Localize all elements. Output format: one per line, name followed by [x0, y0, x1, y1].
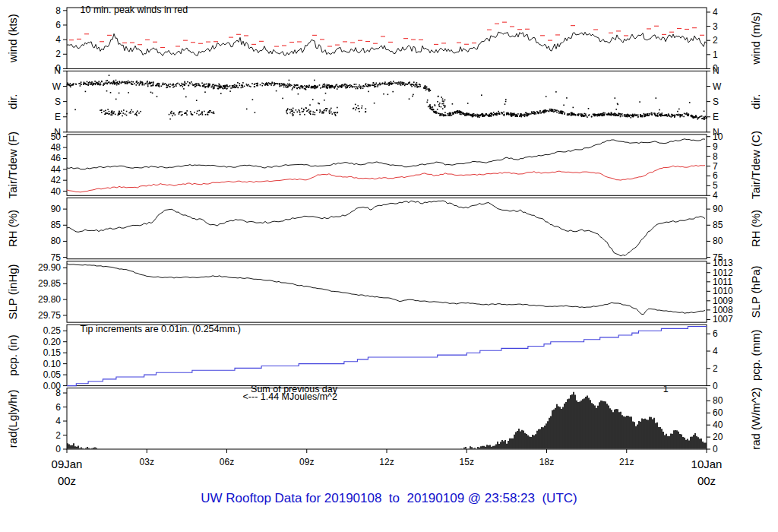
- y-tick-label-left: 4: [55, 34, 61, 45]
- panel-rh: 7580859075808590RH (%)RH (%): [6, 198, 762, 262]
- y-tick-label-right: 6: [713, 328, 718, 339]
- y-tick-label-left: 4: [55, 416, 61, 426]
- y-tick-label-right: 9: [713, 141, 718, 152]
- y-tick-label-right: 4: [713, 7, 718, 17]
- x-end-date-label: 00z: [697, 474, 716, 487]
- annotation-wind: 10 min. peak winds in red: [81, 5, 188, 15]
- y-tick-label-right: N: [713, 65, 719, 76]
- y-tick-label-left: 29.85: [38, 278, 61, 289]
- y-tick-label-left: 6: [55, 402, 61, 413]
- panel-rad: 02468020406080rad(Lgly/hr)rad (W/m^2)Sum…: [6, 384, 762, 454]
- y-tick-label-right: 4: [713, 190, 718, 201]
- y-tick-label-left: N: [54, 65, 61, 76]
- y-tick-label-right: 1008: [713, 305, 733, 315]
- y-tick-label-right: 2: [713, 363, 718, 374]
- y-tick-label-left: 29.75: [38, 310, 61, 321]
- y-tick-label-right: 80: [713, 236, 723, 246]
- y-tick-label-left: 29.90: [38, 262, 61, 273]
- y-tick-label-right: 4: [713, 346, 718, 356]
- y-tick-label-left: W: [52, 81, 62, 92]
- y-tick-label-right: 7: [713, 161, 718, 172]
- y-tick-label-left: E: [55, 112, 61, 122]
- axis-label-right-slp: SLP (hPa): [749, 265, 762, 318]
- y-tick-label-left: 2: [55, 49, 61, 59]
- annotation-rad: <--- 1.44 MJoules/m^2: [243, 391, 337, 402]
- axis-label-left-pcp: pcp. (in): [6, 334, 19, 375]
- y-tick-label-right: S: [713, 97, 719, 107]
- y-tick-label-left: 44: [51, 164, 62, 175]
- axis-label-right-pcp: pcp. (mm): [749, 330, 762, 382]
- axis-label-left-rad: rad(Lgly/hr): [6, 389, 19, 448]
- x-tick-label: 21z: [619, 457, 634, 467]
- axis-label-right-rh: RH (%): [749, 210, 762, 247]
- y-tick-label-right: 40: [713, 420, 723, 430]
- axis-label-right-dir: dir.: [749, 94, 762, 109]
- x-tick-label: 12z: [379, 457, 394, 467]
- y-tick-label-right: 1013: [713, 258, 733, 268]
- y-tick-label-right: 5: [713, 180, 718, 191]
- x-tick-label: 09z: [299, 457, 314, 467]
- y-tick-label-left: 29.80: [38, 294, 61, 305]
- axis-label-right-wind: wind (m/s): [749, 12, 762, 65]
- panel-slp: 29.7529.8029.8529.9010071008100910101011…: [6, 258, 762, 325]
- y-tick-label-right: 8: [713, 151, 718, 162]
- y-tick-label-left: 0.25: [43, 325, 62, 336]
- y-tick-label-right: 1012: [713, 268, 733, 278]
- x-start-date-label: 00z: [58, 474, 76, 487]
- y-tick-label-right: 0: [713, 381, 718, 391]
- axis-label-left-temp: Tair/Tdew (F): [6, 131, 19, 198]
- y-tick-label-right: 0: [713, 444, 718, 454]
- y-tick-label-left: 2: [55, 430, 61, 441]
- y-tick-label-right: 1010: [713, 286, 733, 296]
- axis-label-left-rh: RH (%): [6, 210, 19, 247]
- axis-label-left-wind: wind (kts): [6, 14, 19, 63]
- weather-meteogram-figure: 0246801234wind (kts)wind (m/s)10 min. pe…: [0, 0, 778, 532]
- x-axis: 03z06z09z12z15z18z21z09Jan00z10Jan00z: [52, 449, 723, 487]
- y-tick-label-left: 48: [51, 142, 62, 153]
- axis-label-right-temp: Tair/Tdew (C): [749, 131, 762, 199]
- axis-label-right-rad: rad (W/m^2): [749, 388, 762, 450]
- y-tick-label-right: W: [713, 81, 722, 92]
- y-tick-label-right: 60: [713, 407, 723, 418]
- y-tick-label-right: E: [713, 112, 719, 122]
- y-tick-label-right: 6: [713, 170, 718, 181]
- y-tick-label-left: 42: [51, 175, 62, 185]
- chart-canvas: 0246801234wind (kts)wind (m/s)10 min. pe…: [0, 0, 778, 532]
- x-tick-label: 03z: [140, 457, 154, 467]
- annotation-rad: 1: [663, 384, 669, 394]
- y-tick-label-left: 0.15: [43, 347, 62, 358]
- y-tick-label-right: 20: [713, 432, 723, 442]
- x-start-date-label: 09Jan: [52, 458, 83, 470]
- y-tick-label-right: 1009: [713, 296, 733, 306]
- y-tick-label-right: 90: [713, 204, 723, 214]
- x-tick-label: 15z: [460, 457, 474, 467]
- y-tick-label-left: S: [55, 97, 61, 107]
- y-tick-label-left: 46: [51, 153, 62, 163]
- axis-label-left-dir: dir.: [6, 94, 19, 109]
- y-tick-label-left: 0.20: [43, 337, 62, 347]
- y-tick-label-left: 6: [55, 20, 61, 30]
- annotation-pcp: Tip increments are 0.01in. (0.254mm.): [81, 324, 241, 334]
- y-tick-label-left: 90: [51, 204, 62, 214]
- y-tick-label-left: 8: [55, 388, 61, 398]
- y-tick-label-right: 10: [713, 131, 723, 142]
- y-tick-label-left: 8: [55, 5, 61, 16]
- chart-title: UW Rooftop Data for 20190108 to 20190109…: [0, 491, 778, 506]
- y-tick-label-left: 50: [51, 131, 62, 142]
- x-tick-label: 06z: [220, 457, 234, 467]
- y-tick-label-right: 3: [713, 21, 718, 32]
- y-tick-label-right: 85: [713, 220, 723, 230]
- y-tick-label-left: 85: [51, 220, 62, 230]
- panel-temp: 40424446485045678910Tair/Tdew (F)Tair/Td…: [6, 131, 762, 201]
- panel-dir: NWSENNWSENdir.dir.: [6, 65, 762, 137]
- y-tick-label-left: 0.05: [43, 369, 62, 380]
- y-tick-label-left: 40: [51, 186, 62, 197]
- y-tick-label-left: 80: [51, 236, 62, 246]
- axis-label-left-slp: SLP (inHg): [6, 264, 19, 319]
- x-end-date-label: 10Jan: [691, 458, 723, 470]
- y-tick-label-right: 1: [713, 49, 718, 60]
- y-tick-label-left: 0.10: [43, 359, 62, 369]
- y-tick-label-right: 2: [713, 35, 718, 46]
- x-tick-label: 18z: [539, 457, 554, 467]
- y-tick-label-right: 80: [713, 395, 723, 406]
